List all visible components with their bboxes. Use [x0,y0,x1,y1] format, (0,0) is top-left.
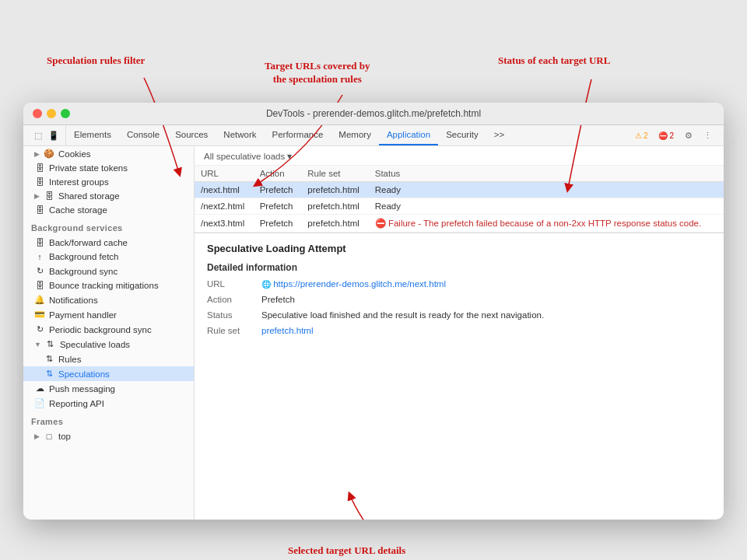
sidebar-label: Speculative loads [60,340,130,349]
cell-status: Ready [369,182,724,198]
content-area: All speculative loads ▾ URL Action Rule … [195,146,724,520]
cell-status: ⛔ Failure - The prefetch failed because … [369,215,724,233]
bg-sync-icon: ↻ [34,266,45,276]
outer-wrap: Speculation rules filter Target URLs cov… [23,40,724,520]
sidebar-item-payment[interactable]: 💳 Payment handler [23,307,194,322]
table-row[interactable]: /next3.htmlPrefetchprefetch.html⛔ Failur… [195,215,724,233]
device-icon[interactable]: 📱 [47,128,61,142]
bounce-icon: 🗄 [34,281,45,290]
tab-application[interactable]: Application [379,125,438,145]
sidebar-label: Background sync [49,267,117,276]
sidebar-item-push-messaging[interactable]: ☁ Push messaging [23,381,194,396]
sidebar-item-reporting[interactable]: 📄 Reporting API [23,396,194,411]
detail-field-value[interactable]: prefetch.html [261,326,313,335]
tab-network[interactable]: Network [216,125,264,145]
detail-field-value: Speculative load finished and the result… [261,310,544,320]
sidebar-item-notifications[interactable]: 🔔 Notifications [23,292,194,307]
tabs-bar: ⬚ 📱 Elements Console Sources Network Per… [23,125,724,146]
detail-row: StatusSpeculative load finished and the … [207,310,711,320]
more-icon[interactable]: ⋮ [700,128,714,142]
sidebar-label: Interest groups [49,177,109,187]
sidebar-item-bg-sync[interactable]: ↻ Background sync [23,264,194,278]
sidebar-label: Cookies [58,149,91,159]
sidebar-item-bg-fetch[interactable]: ↑ Background fetch [23,250,194,264]
bg-fetch-icon: ↑ [34,252,45,261]
sidebar-item-private-state[interactable]: 🗄 Private state tokens [23,161,194,175]
tab-security[interactable]: Security [438,125,486,145]
detail-field-label: Rule set [207,326,261,335]
col-ruleset: Rule set [301,166,368,182]
maximize-button[interactable] [61,109,70,118]
sidebar-label: Shared storage [58,191,120,201]
col-url: URL [195,166,254,182]
rules-icon: ⇅ [44,354,54,364]
detail-subtitle: Detailed information [207,262,711,273]
interest-icon: 🗄 [34,177,45,187]
sidebar-label: Reporting API [49,399,104,408]
sidebar-item-bounce[interactable]: 🗄 Bounce tracking mitigations [23,278,194,292]
tab-more[interactable]: >> [486,125,512,145]
table-row[interactable]: /next.htmlPrefetchprefetch.htmlReady [195,182,724,198]
sidebar-label: top [58,432,71,441]
tab-elements[interactable]: Elements [66,125,119,145]
inspect-icon[interactable]: ⬚ [31,128,45,142]
bf-cache-icon: 🗄 [34,238,45,247]
tab-performance[interactable]: Performance [265,125,331,145]
sidebar-label: Cache storage [49,205,107,215]
sidebar: ▶ 🍪 Cookies 🗄 Private state tokens 🗄 Int… [23,146,195,520]
spec-table: URL Action Rule set Status /next.htmlPre… [195,166,724,233]
detail-field-value[interactable]: 🌐 https://prerender-demos.glitch.me/next… [261,279,446,289]
sidebar-item-cache-storage[interactable]: 🗄 Cache storage [23,203,194,217]
spec-loads-icon: ⇅ [45,339,56,349]
tab-console[interactable]: Console [119,125,167,145]
sidebar-label: Background fetch [49,252,119,261]
sidebar-item-shared-storage[interactable]: ▶ 🗄 Shared storage [23,189,194,203]
detail-field-label: Status [207,310,261,320]
settings-icon[interactable]: ⚙ [682,128,696,142]
push-icon: ☁ [34,383,45,394]
tab-memory[interactable]: Memory [331,125,379,145]
devtools-window: DevTools - prerender-demos.glitch.me/pre… [23,103,724,520]
expand-icon: ▶ [34,432,40,440]
sidebar-label: Notifications [49,296,98,305]
tabs-right: ⚠ 2 ⛔ 2 ⚙ ⋮ [632,128,721,142]
expand-icon: ▶ [34,150,40,158]
cell-action: Prefetch [254,182,302,198]
sidebar-item-rules[interactable]: ⇅ Rules [23,352,194,366]
traffic-lights [33,109,70,118]
annotation-status-url: Status of each target URL [498,54,610,68]
sidebar-item-interest[interactable]: 🗄 Interest groups [23,175,194,189]
all-loads-label[interactable]: All speculative loads ▾ [204,152,292,161]
sidebar-item-top-frame[interactable]: ▶ □ top [23,429,194,443]
sidebar-label: Push messaging [49,384,115,394]
detail-field-label: URL [207,279,261,289]
sidebar-item-cookies[interactable]: ▶ 🍪 Cookies [23,146,194,161]
cell-url: /next2.html [195,198,254,215]
annotation-selected-details: Selected target URL details [288,544,405,558]
cell-ruleset: prefetch.html [301,182,368,198]
cell-ruleset: prefetch.html [301,215,368,233]
expand-icon: ▼ [34,341,41,348]
annotation-speculation-filter: Speculation rules filter [47,54,145,68]
tab-sources[interactable]: Sources [167,125,216,145]
sidebar-item-speculations[interactable]: ⇅ Speculations [23,366,194,381]
detail-field-value: Prefetch [261,295,295,304]
annotation-target-urls: Target URLs covered bythe speculation ru… [265,60,370,86]
speculations-icon: ⇅ [44,369,54,379]
sidebar-item-bf-cache[interactable]: 🗄 Back/forward cache [23,236,194,250]
sidebar-label: Private state tokens [49,163,128,173]
detail-row: URL🌐 https://prerender-demos.glitch.me/n… [207,279,711,289]
sidebar-item-periodic-sync[interactable]: ↻ Periodic background sync [23,322,194,337]
close-button[interactable] [33,109,42,118]
cookies-icon: 🍪 [44,149,54,159]
table-row[interactable]: /next2.htmlPrefetchprefetch.htmlReady [195,198,724,215]
dev-icon-group: ⬚ 📱 [26,125,66,145]
minimize-button[interactable] [47,109,56,118]
background-services-label: Background services [23,217,194,236]
cell-url: /next.html [195,182,254,198]
sidebar-item-spec-loads[interactable]: ▼ ⇅ Speculative loads [23,337,194,352]
title-bar: DevTools - prerender-demos.glitch.me/pre… [23,103,724,125]
error-badge: ⛔ 2 [655,131,677,141]
warning-badge: ⚠ 2 [632,131,651,141]
cell-action: Prefetch [254,215,302,233]
